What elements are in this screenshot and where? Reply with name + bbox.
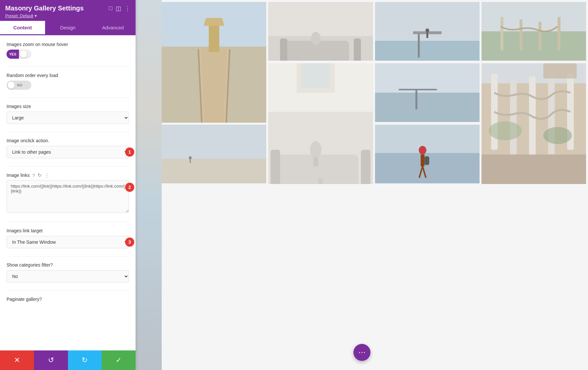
- gallery-image-interior-tall[interactable]: [268, 63, 373, 184]
- header-actions: □ ◫ ⋮: [109, 5, 130, 12]
- toggle-thumb: [20, 51, 27, 58]
- svg-rect-12: [280, 39, 287, 61]
- svg-point-20: [425, 28, 429, 32]
- onclick-badge: 1: [125, 147, 134, 157]
- categories-section: Show categories filter? No Yes: [7, 262, 129, 283]
- image-links-header: Image links ? ↻ ⋮: [7, 172, 129, 178]
- svg-point-60: [189, 156, 192, 159]
- panel-title: Masonry Gallery Settings: [5, 5, 84, 12]
- svg-rect-24: [482, 31, 586, 61]
- gallery-image-coast[interactable]: [482, 2, 586, 61]
- sidebar-content: Images zoom on mouse hover YES Random or…: [0, 35, 136, 370]
- gallery-image-fence-tall[interactable]: [482, 63, 586, 184]
- sidebar: Masonry Gallery Settings □ ◫ ⋮ Preset: D…: [0, 0, 136, 370]
- svg-rect-25: [500, 17, 503, 50]
- preset-label: Preset: Default ▾: [5, 13, 130, 18]
- help-icon[interactable]: ?: [32, 173, 35, 178]
- image-links-badge: 2: [125, 183, 134, 192]
- paginate-section: Paginate gallery?: [7, 297, 129, 302]
- onclick-select-wrap: Open Lightbox Link to other pages Open U…: [7, 146, 129, 158]
- random-order-section: Random order every load NO: [7, 73, 129, 90]
- more-options-icon[interactable]: ⋮: [44, 172, 49, 178]
- gallery-image-beach[interactable]: [162, 125, 266, 183]
- tab-design[interactable]: Design: [45, 21, 90, 35]
- gallery-image-sea-2[interactable]: [375, 125, 480, 183]
- sidebar-header: Masonry Gallery Settings □ ◫ ⋮ Preset: D…: [0, 0, 136, 21]
- paginate-label: Paginate gallery?: [7, 297, 129, 302]
- fab-button[interactable]: ⋯: [353, 344, 370, 361]
- images-size-select[interactable]: Thumbnail Medium Large Full: [7, 112, 129, 124]
- svg-rect-63: [375, 125, 480, 153]
- toggle-no-label: NO: [17, 83, 23, 87]
- more-icon[interactable]: ⋮: [124, 5, 130, 12]
- save-button[interactable]: ✓: [102, 350, 136, 370]
- svg-rect-39: [314, 157, 318, 166]
- link-target-select[interactable]: In The Same Window New Window/Tab: [7, 236, 129, 248]
- svg-point-65: [418, 146, 426, 154]
- onclick-select[interactable]: Open Lightbox Link to other pages Open U…: [7, 146, 129, 158]
- svg-rect-69: [424, 156, 429, 165]
- svg-rect-34: [271, 150, 280, 184]
- svg-rect-35: [361, 150, 370, 184]
- sidebar-footer: ✕ ↺ ↻ ✓: [0, 350, 136, 370]
- link-target-section: Images link target In The Same Window Ne…: [7, 228, 129, 248]
- onclick-label: Image onclick action.: [7, 138, 129, 143]
- svg-rect-31: [302, 63, 330, 88]
- svg-rect-59: [162, 159, 266, 183]
- image-links-textarea[interactable]: https://link.com/{{link}}https://link.co…: [7, 180, 129, 213]
- undo-button[interactable]: ↺: [34, 350, 68, 370]
- svg-rect-52: [543, 63, 577, 79]
- image-links-section: Image links ? ↻ ⋮ https://link.com/{{lin…: [7, 172, 129, 214]
- gallery-grid: [162, 0, 588, 370]
- svg-rect-8: [209, 26, 219, 52]
- left-partial-image: [136, 0, 162, 370]
- tab-content[interactable]: Content: [0, 21, 45, 35]
- svg-rect-13: [354, 39, 361, 61]
- svg-rect-18: [418, 34, 420, 57]
- dots-icon: ⋯: [358, 348, 366, 357]
- images-size-section: Images size Thumbnail Medium Large Full: [7, 104, 129, 124]
- random-order-label: Random order every load: [7, 73, 129, 78]
- svg-point-14: [311, 32, 320, 45]
- gallery-image-calm-sea[interactable]: [375, 63, 480, 122]
- svg-point-38: [310, 141, 321, 158]
- svg-rect-61: [190, 159, 191, 163]
- gallery-image-pier[interactable]: [162, 2, 266, 123]
- svg-point-54: [489, 121, 522, 140]
- toggle-off-thumb: [8, 82, 15, 89]
- window-icon[interactable]: □: [109, 5, 112, 12]
- cancel-button[interactable]: ✕: [0, 350, 34, 370]
- gallery-image-living-room-1[interactable]: [268, 2, 373, 61]
- svg-rect-21: [426, 32, 428, 38]
- svg-marker-4: [201, 49, 227, 123]
- tab-advanced[interactable]: Advanced: [90, 21, 136, 35]
- svg-rect-37: [318, 178, 323, 184]
- gallery-area: ⋯: [136, 0, 588, 370]
- svg-rect-23: [482, 2, 586, 31]
- image-links-wrap: https://link.com/{{link}}https://link.co…: [7, 180, 129, 214]
- columns-icon[interactable]: ◫: [116, 5, 121, 12]
- onclick-section: Image onclick action. Open Lightbox Link…: [7, 138, 129, 158]
- link-target-select-wrap: In The Same Window New Window/Tab 3: [7, 236, 129, 248]
- reset-icon[interactable]: ↻: [38, 172, 42, 178]
- categories-select[interactable]: No Yes: [7, 270, 129, 283]
- svg-rect-27: [538, 22, 541, 50]
- zoom-section: Images zoom on mouse hover YES: [7, 42, 129, 59]
- toggle-yes-label: YES: [7, 50, 19, 59]
- images-size-label: Images size: [7, 104, 129, 109]
- link-target-label: Images link target: [7, 228, 129, 233]
- svg-rect-58: [162, 125, 266, 159]
- svg-marker-7: [204, 18, 224, 26]
- svg-rect-41: [375, 63, 480, 93]
- svg-rect-56: [482, 155, 586, 184]
- image-links-label: Image links: [7, 173, 30, 178]
- gallery-image-ocean-1[interactable]: [375, 2, 480, 61]
- svg-rect-48: [510, 79, 516, 155]
- svg-rect-28: [558, 17, 561, 50]
- zoom-toggle[interactable]: YES: [7, 50, 31, 59]
- random-order-toggle[interactable]: NO: [7, 81, 31, 90]
- redo-button[interactable]: ↻: [68, 350, 102, 370]
- svg-point-55: [543, 127, 572, 144]
- svg-rect-43: [399, 89, 436, 90]
- svg-rect-44: [415, 90, 417, 109]
